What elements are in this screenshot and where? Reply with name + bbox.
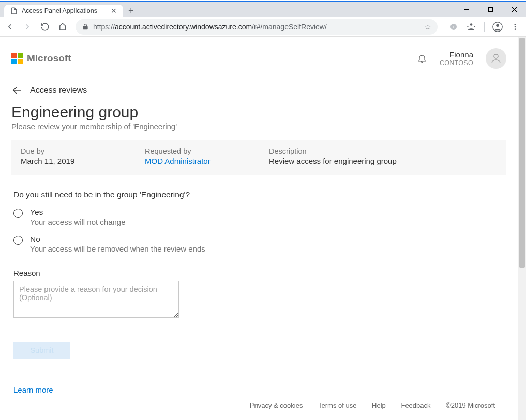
- svg-point-11: [515, 28, 516, 30]
- description-label: Description: [269, 147, 497, 155]
- learn-more-link[interactable]: Learn more: [13, 385, 53, 394]
- profile-avatar-icon[interactable]: [490, 19, 505, 35]
- user-avatar[interactable]: [486, 48, 506, 69]
- tab-close-icon[interactable]: ✕: [111, 7, 117, 15]
- address-bar[interactable]: https://account.activedirectory.windowsa…: [76, 19, 438, 35]
- option-yes[interactable]: Yes Your access will not change: [11, 208, 506, 235]
- browser-menu-button[interactable]: [507, 19, 523, 35]
- footer-feedback-link[interactable]: Feedback: [401, 401, 430, 409]
- svg-point-9: [515, 24, 516, 25]
- svg-text:i: i: [453, 24, 454, 29]
- radio-icon: [13, 236, 23, 245]
- svg-point-8: [496, 24, 499, 27]
- user-info: Fionna CONTOSO: [440, 50, 473, 67]
- option-yes-title: Yes: [30, 208, 126, 217]
- lock-icon: [82, 23, 89, 30]
- window-maximize-button[interactable]: [478, 2, 502, 17]
- microsoft-logo[interactable]: Microsoft: [11, 53, 71, 64]
- vertical-scrollbar[interactable]: [518, 37, 526, 420]
- footer-terms-link[interactable]: Terms of use: [318, 401, 356, 409]
- nav-forward-button[interactable]: [20, 19, 35, 35]
- back-button[interactable]: [11, 85, 23, 96]
- radio-icon: [13, 209, 23, 218]
- arrow-left-icon: [11, 85, 23, 96]
- submit-button[interactable]: Submit: [13, 342, 70, 359]
- reason-textarea[interactable]: [13, 281, 179, 318]
- browser-toolbar: https://account.activedirectory.windowsa…: [0, 17, 526, 37]
- site-header: Microsoft Fionna CONTOSO: [11, 45, 506, 76]
- svg-point-12: [494, 54, 498, 58]
- user-name: Fionna: [440, 50, 473, 59]
- due-by-label: Due by: [21, 147, 114, 155]
- page-footer: Privacy & cookies Terms of use Help Feed…: [11, 397, 506, 412]
- extension-person-icon[interactable]: [463, 19, 479, 35]
- browser-titlebar: Access Panel Applications ✕ +: [0, 2, 526, 17]
- window-minimize-button[interactable]: [455, 2, 478, 17]
- description-value: Review access for engineering group: [269, 157, 497, 165]
- svg-rect-1: [488, 7, 492, 11]
- nav-back-button[interactable]: [2, 19, 18, 35]
- tab-title: Access Panel Applications: [22, 7, 97, 14]
- page-title: Engineering group: [11, 103, 506, 121]
- footer-privacy-link[interactable]: Privacy & cookies: [250, 401, 303, 409]
- scrollbar-thumb[interactable]: [519, 38, 525, 268]
- breadcrumb-label[interactable]: Access reviews: [30, 86, 87, 95]
- new-tab-button[interactable]: +: [123, 5, 139, 17]
- nav-home-button[interactable]: [55, 19, 70, 35]
- url-text: https://account.activedirectory.windowsa…: [93, 23, 327, 31]
- nav-reload-button[interactable]: [37, 19, 53, 35]
- microsoft-wordmark: Microsoft: [27, 53, 71, 64]
- page-subtitle: Please review your membership of 'Engine…: [11, 122, 506, 131]
- option-no[interactable]: No Your access will be removed when the …: [11, 235, 506, 261]
- bell-icon: [417, 53, 427, 64]
- window-close-button[interactable]: [502, 2, 526, 17]
- user-org: CONTOSO: [440, 59, 473, 67]
- option-no-title: No: [30, 235, 205, 244]
- footer-copyright: ©2019 Microsoft: [446, 401, 495, 409]
- review-info-card: Due by March 11, 2019 Requested by MOD A…: [11, 140, 506, 175]
- page-favicon-icon: [10, 7, 18, 14]
- option-yes-subtitle: Your access will not change: [30, 217, 126, 226]
- bookmark-star-icon[interactable]: ☆: [425, 23, 431, 31]
- extension-icon[interactable]: i: [446, 19, 461, 35]
- option-no-subtitle: Your access will be removed when the rev…: [30, 244, 205, 253]
- svg-point-6: [470, 23, 473, 26]
- review-question: Do you still need to be in the group 'En…: [11, 190, 506, 199]
- footer-help-link[interactable]: Help: [372, 401, 386, 409]
- requested-by-label: Requested by: [145, 147, 238, 155]
- person-icon: [490, 52, 502, 65]
- notifications-button[interactable]: [417, 53, 427, 64]
- reason-label: Reason: [11, 269, 506, 277]
- requested-by-link[interactable]: MOD Administrator: [145, 157, 238, 165]
- svg-point-10: [515, 26, 516, 27]
- browser-tab[interactable]: Access Panel Applications ✕: [4, 5, 123, 17]
- microsoft-logo-icon: [11, 53, 23, 64]
- due-by-value: March 11, 2019: [21, 157, 114, 165]
